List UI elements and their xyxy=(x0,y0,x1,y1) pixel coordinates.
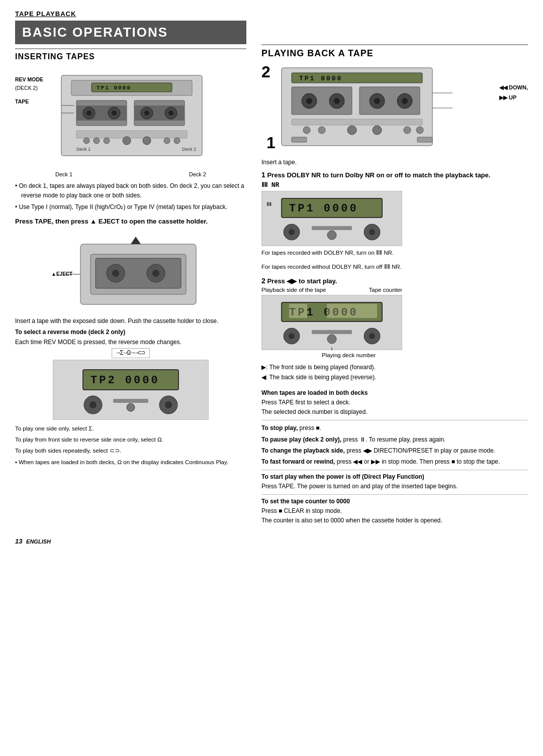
reverse-mode-text: Each time REV MODE is pressed, the rever… xyxy=(15,339,246,346)
direct-play-title: To start play when the power is off (Dir… xyxy=(261,473,528,480)
deck2-label: (DECK 2) xyxy=(15,84,43,92)
svg-point-87 xyxy=(289,333,295,339)
deck2-right-label: Deck 2 xyxy=(189,171,206,177)
svg-text:ⅡⅡ: ⅡⅡ xyxy=(266,202,272,207)
svg-point-79 xyxy=(327,231,336,240)
play-bullet-3: To play both sides repeatedly, select ⊂⊃… xyxy=(15,446,246,455)
step2-instruction: 2 Press ◀▶ to start play. xyxy=(261,277,528,285)
svg-rect-68 xyxy=(417,137,432,142)
page-lang: ENGLISH xyxy=(26,538,51,545)
tape-playback-display-diagram: TP1 0000 xyxy=(261,295,402,350)
svg-point-44 xyxy=(165,401,172,408)
arrow-forward: ▶: The front side is being played (forwa… xyxy=(261,362,528,372)
svg-point-65 xyxy=(404,127,411,134)
svg-rect-67 xyxy=(292,137,307,142)
svg-rect-16 xyxy=(76,131,187,138)
svg-rect-84 xyxy=(289,304,307,318)
svg-point-91 xyxy=(327,335,336,344)
svg-rect-90 xyxy=(312,330,352,334)
svg-point-11 xyxy=(144,111,149,116)
svg-text:▲EJECT: ▲EJECT xyxy=(51,271,72,277)
svg-point-7 xyxy=(112,111,117,116)
play-bullet-4: • When tapes are loaded in both decks, Ω… xyxy=(15,458,246,467)
svg-point-62 xyxy=(318,127,325,134)
rev-mode-display-diagram: TP2 0000 xyxy=(53,360,209,420)
svg-point-19 xyxy=(104,138,110,144)
stereo-device-diagram: TP1 0000 Deck 1 Deck 2 xyxy=(46,65,217,166)
tape-counter-title: To set the tape counter to 0000 xyxy=(261,498,528,505)
play-bullet-2: To play from front side to reverse side … xyxy=(15,435,246,444)
tape-playback-label: TAPE PLAYBACK xyxy=(15,10,528,18)
play-bullet-1: To play one side only, select Σ. xyxy=(15,424,246,433)
svg-text:TP1  0000: TP1 0000 xyxy=(97,85,131,91)
svg-point-66 xyxy=(416,127,423,134)
svg-point-64 xyxy=(373,126,382,135)
svg-point-75 xyxy=(289,229,295,235)
step1-instruction: 1 Press DOLBY NR to turn Dolby NR on or … xyxy=(261,171,528,179)
svg-point-89 xyxy=(369,333,375,339)
svg-text:Deck 2: Deck 2 xyxy=(182,147,196,152)
dolby-note-1: For tapes recorded with DOLBY NR, turn o… xyxy=(261,248,528,257)
svg-point-13 xyxy=(168,111,173,116)
cassette-holder-diagram: ▲EJECT xyxy=(50,229,211,314)
when-tapes-text: Press TAPE first to select a deck. The s… xyxy=(261,398,528,417)
direct-play-text: Press TAPE. The power is turned on and p… xyxy=(261,482,528,491)
nr-label: ⅡⅡ NR xyxy=(261,181,528,189)
insert-tape-text: Insert a tape. xyxy=(261,159,528,166)
right-stereo-diagram: TP1 0000 xyxy=(277,63,468,153)
reverse-mode-title: To select a reverse mode (deck 2 only) xyxy=(15,329,246,336)
dolby-display-diagram: TP1 0000 ⅡⅡ xyxy=(261,191,402,246)
svg-text:TP1  0000: TP1 0000 xyxy=(299,75,342,82)
svg-rect-78 xyxy=(312,226,352,230)
insert-text: Insert a tape with the exposed side down… xyxy=(15,317,246,325)
op-change-side: To change the playback side, press ◀▶ DI… xyxy=(261,446,528,456)
svg-point-17 xyxy=(83,138,89,144)
dolby-note-2: For tapes recorded without DOLBY NR, tur… xyxy=(261,262,528,271)
tape-counter-label: Tape counter xyxy=(369,287,403,293)
op-pause: To pause play (deck 2 only), press ⏸. To… xyxy=(261,435,528,445)
svg-rect-45 xyxy=(113,399,148,403)
step2-device-number: 2 xyxy=(261,63,270,81)
svg-point-63 xyxy=(347,126,356,135)
svg-text:TP2 0000: TP2 0000 xyxy=(90,374,160,387)
svg-point-57 xyxy=(374,98,380,104)
bullet-2: • Use Type I (normal), Type II (high/CrO… xyxy=(15,202,246,212)
playback-side-label: Playback side of the tape xyxy=(261,287,326,293)
basic-operations-banner: BASIC OPERATIONS xyxy=(15,21,246,44)
svg-rect-60 xyxy=(292,119,422,125)
op-stop: To stop play, press ■. xyxy=(261,423,528,433)
svg-point-20 xyxy=(123,137,131,145)
svg-point-32 xyxy=(112,270,119,277)
svg-point-61 xyxy=(303,127,310,134)
svg-point-77 xyxy=(369,229,375,235)
playing-back-title: PLAYING BACK A TAPE xyxy=(261,44,528,59)
svg-point-42 xyxy=(89,401,97,408)
page-number: 13 xyxy=(15,537,22,545)
bullet-1: • On deck 1, tapes are always played bac… xyxy=(15,181,246,200)
svg-point-59 xyxy=(402,98,408,104)
svg-point-5 xyxy=(86,111,92,116)
rev-mode-label: REV MODE xyxy=(15,75,43,84)
svg-point-18 xyxy=(94,138,100,144)
deck1-label: Deck 1 xyxy=(55,171,72,177)
svg-point-23 xyxy=(174,138,180,144)
tape-label: TAPE xyxy=(15,97,43,106)
arrow-reverse: ◀: The back side is being played (revers… xyxy=(261,372,528,382)
svg-marker-35 xyxy=(131,237,141,244)
svg-point-46 xyxy=(127,403,135,411)
svg-point-21 xyxy=(143,137,151,145)
down-up-label: ◀◀ DOWN,▶▶ UP xyxy=(499,83,528,103)
step1-device-number: 1 xyxy=(266,134,276,152)
svg-point-54 xyxy=(334,98,340,104)
svg-text:Deck 1: Deck 1 xyxy=(76,147,90,152)
svg-point-52 xyxy=(306,98,312,104)
playing-deck-label: Playing deck number xyxy=(322,352,528,358)
page-footer: 13 ENGLISH xyxy=(15,537,528,545)
rev-sequence: →Σ→Ω→→⊂⊃ xyxy=(112,348,150,358)
tape-counter-text: Press ■ CLEAR in stop mode. The counter … xyxy=(261,506,528,525)
svg-point-22 xyxy=(164,138,170,144)
press-eject-instruction: Press TAPE, then press ▲ EJECT to open t… xyxy=(15,218,246,225)
inserting-tapes-title: INSERTING TAPES xyxy=(15,52,246,61)
svg-point-34 xyxy=(152,270,159,277)
op-fast-forward: To fast forward or rewind, press ◀◀ or ▶… xyxy=(261,457,528,467)
